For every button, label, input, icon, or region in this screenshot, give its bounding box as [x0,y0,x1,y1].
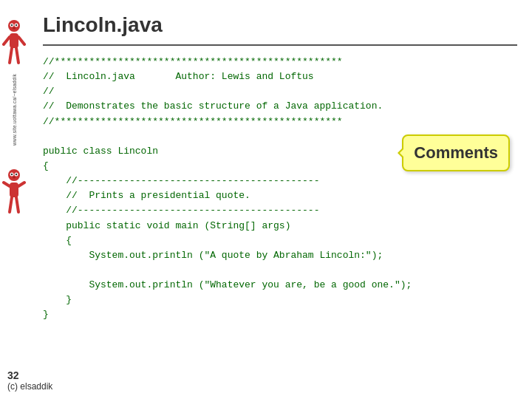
svg-point-15 [16,174,17,175]
code-line-4: // Demonstrates the basic structure of a… [43,99,517,114]
code-line-12: public static void main (String[] args) [43,219,517,233]
page-title: Lincoln.java [43,13,517,37]
svg-point-4 [16,24,17,26]
svg-line-9 [10,48,12,63]
code-line-3: // [43,84,517,99]
code-line-18: } [43,307,517,322]
code-line-11: //--------------------------------------… [43,203,517,218]
svg-line-8 [18,37,24,44]
sidebar-url: www.site.uottawa.ca/~elsaddik [12,74,17,146]
svg-point-11 [8,169,20,181]
svg-rect-17 [10,183,18,197]
svg-line-19 [18,183,24,186]
code-line-16: System.out.println ("Whatever you are, b… [43,278,517,293]
code-line-10: // Prints a presidential quote. [43,188,517,203]
comment-bubble-label: Comments [414,143,498,162]
svg-line-10 [16,48,18,63]
code-line-5: //**************************************… [43,115,517,129]
svg-point-14 [11,174,13,175]
code-line-13: { [43,233,517,248]
code-line-14: System.out.println ("A quote by Abraham … [43,248,517,263]
svg-point-16 [13,177,16,179]
code-line-1: //**************************************… [43,55,517,69]
sidebar: www.site.uottawa.ca/~elsaddik [0,0,28,399]
divider [43,44,517,46]
code-line-15 [43,263,517,278]
svg-line-7 [4,37,10,44]
bottom-bar: 32 (c) elsaddik [7,369,52,392]
code-block: //**************************************… [43,55,517,323]
main-content: Lincoln.java //*************************… [28,0,532,399]
page-number: 32 [7,369,19,381]
svg-point-3 [11,24,13,26]
svg-point-0 [8,20,20,32]
svg-line-21 [16,197,18,212]
figure-top-icon [2,18,26,70]
code-line-17: } [43,293,517,307]
comment-bubble: Comments [402,134,510,171]
svg-point-5 [13,27,16,30]
copyright-text: (c) elsaddik [7,381,52,392]
figure-bottom-icon [2,168,26,219]
svg-line-20 [10,197,12,212]
code-line-9: //--------------------------------------… [43,174,517,188]
code-line-2: // Lincoln.java Author: Lewis and Loftus [43,69,517,84]
svg-line-18 [4,183,10,186]
svg-rect-6 [10,33,18,48]
